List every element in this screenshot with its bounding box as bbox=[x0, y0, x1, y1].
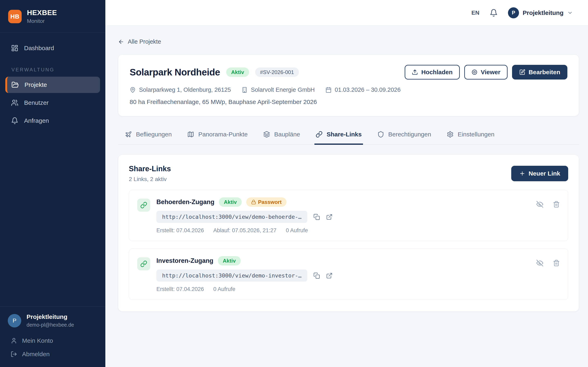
sidebar-item-label: Anfragen bbox=[24, 117, 49, 124]
user-email: demo-pl@hexbee.de bbox=[26, 322, 74, 328]
share-link-status-badge: Aktiv bbox=[219, 197, 242, 207]
upload-button[interactable]: Hochladen bbox=[405, 65, 459, 80]
share-link-password-badge: Passwort bbox=[246, 197, 287, 207]
tab-label: Einstellungen bbox=[458, 131, 494, 138]
sidebar-item-mein-konto[interactable]: Mein Konto bbox=[8, 334, 98, 347]
project-tabs: Befliegungen Panorama-Punkte Baupläne bbox=[118, 126, 579, 145]
shield-icon bbox=[377, 131, 384, 138]
share-links-subtitle: 2 Links, 2 aktiv bbox=[129, 176, 171, 183]
eye-icon bbox=[471, 69, 477, 75]
map-icon bbox=[187, 131, 194, 138]
project-dates-text: 01.03.2026 – 30.09.2026 bbox=[335, 86, 401, 93]
project-address-text: Solarparkweg 1, Oldenburg, 26125 bbox=[139, 86, 231, 93]
new-link-button[interactable]: Neuer Link bbox=[511, 166, 568, 181]
project-status-badge: Aktiv bbox=[226, 67, 249, 77]
dashboard-icon bbox=[11, 44, 18, 52]
main-area: EN P Projektleitung Alle Projekte bbox=[105, 0, 588, 367]
share-link-row: Behoerden-Zugang Aktiv Passwort http://l… bbox=[129, 190, 568, 241]
sidebar-item-dashboard[interactable]: Dashboard bbox=[5, 40, 100, 56]
sidebar-item-anfragen[interactable]: Anfragen bbox=[5, 113, 100, 129]
tab-label: Befliegungen bbox=[136, 131, 172, 138]
viewer-button[interactable]: Viewer bbox=[464, 65, 508, 80]
sidebar-item-projekte[interactable]: Projekte bbox=[5, 77, 100, 93]
sidebar-footer: P Projektleitung demo-pl@hexbee.de Mein … bbox=[0, 306, 105, 367]
edit-button-label: Bearbeiten bbox=[528, 69, 560, 75]
project-description: 80 ha Freiflaechenanlage, 65 MWp, Baupha… bbox=[130, 99, 567, 105]
new-link-button-label: Neuer Link bbox=[528, 170, 560, 176]
copy-icon[interactable] bbox=[313, 214, 320, 220]
sidebar-item-abmelden[interactable]: Abmelden bbox=[8, 347, 98, 361]
page-content: Alle Projekte Solarpark Nordheide Aktiv … bbox=[105, 26, 588, 367]
back-to-projects-link[interactable]: Alle Projekte bbox=[118, 38, 161, 45]
link-icon bbox=[137, 257, 150, 270]
brand-logo[interactable]: HB HEXBEE Monitor bbox=[0, 0, 105, 33]
sidebar: HB HEXBEE Monitor Dashboard VERWALTUNG P… bbox=[0, 0, 105, 367]
tab-befliegungen[interactable]: Befliegungen bbox=[124, 126, 173, 145]
sidebar-section-label: VERWALTUNG bbox=[5, 56, 100, 77]
share-link-url: http://localhost:3000/view/demo-behoerde… bbox=[156, 211, 307, 223]
project-actions: Hochladen Viewer Bearbeite bbox=[405, 65, 567, 80]
copy-icon[interactable] bbox=[313, 272, 320, 279]
share-link-row: Investoren-Zugang Aktiv http://localhost… bbox=[129, 249, 568, 300]
hexbee-logo-icon: HB bbox=[8, 10, 22, 23]
tab-bauplaene[interactable]: Baupläne bbox=[262, 126, 301, 145]
arrow-left-icon bbox=[118, 39, 124, 45]
notifications-bell-icon[interactable] bbox=[490, 9, 498, 17]
trash-icon[interactable] bbox=[553, 201, 560, 208]
eye-off-icon[interactable] bbox=[536, 259, 544, 267]
back-link-label: Alle Projekte bbox=[128, 38, 161, 45]
project-company-text: Solarvolt Energie GmbH bbox=[251, 86, 315, 93]
tab-einstellungen[interactable]: Einstellungen bbox=[445, 126, 496, 145]
tab-label: Berechtigungen bbox=[388, 131, 431, 138]
sidebar-item-benutzer[interactable]: Benutzer bbox=[5, 95, 100, 111]
user-avatar: P bbox=[508, 7, 519, 18]
logout-icon bbox=[11, 351, 17, 358]
link-icon bbox=[137, 199, 150, 212]
sidebar-item-label: Projekte bbox=[25, 81, 47, 88]
lock-icon bbox=[251, 200, 256, 205]
share-link-url: http://localhost:3000/view/demo-investor… bbox=[156, 269, 307, 282]
trash-icon[interactable] bbox=[553, 259, 560, 267]
sidebar-item-label: Benutzer bbox=[24, 99, 49, 106]
topbar: EN P Projektleitung bbox=[105, 0, 588, 26]
building-icon bbox=[242, 87, 248, 93]
project-meta: Solarparkweg 1, Oldenburg, 26125 Solarvo… bbox=[130, 86, 567, 93]
share-link-name: Investoren-Zugang bbox=[156, 257, 213, 264]
project-header-card: Solarpark Nordheide Aktiv #SV-2026-001 H… bbox=[118, 54, 579, 116]
project-code-badge: #SV-2026-001 bbox=[255, 67, 299, 77]
language-switcher[interactable]: EN bbox=[471, 9, 479, 16]
layers-icon bbox=[263, 131, 270, 138]
tab-label: Share-Links bbox=[327, 131, 362, 138]
brand-subtitle: Monitor bbox=[27, 18, 57, 24]
tab-berechtigungen[interactable]: Berechtigungen bbox=[376, 126, 432, 145]
calendar-icon bbox=[325, 87, 332, 93]
password-badge-label: Passwort bbox=[258, 200, 282, 205]
sidebar-nav: Dashboard VERWALTUNG Projekte Benutzer bbox=[0, 33, 105, 129]
sidebar-item-label: Dashboard bbox=[24, 45, 54, 52]
eye-off-icon[interactable] bbox=[536, 201, 544, 208]
edit-icon bbox=[519, 69, 525, 75]
external-link-icon[interactable] bbox=[326, 214, 333, 220]
share-links-title: Share-Links bbox=[129, 165, 171, 173]
plane-icon bbox=[125, 131, 132, 138]
share-link-expires: Ablauf: 07.05.2026, 21:27 bbox=[213, 227, 277, 234]
brand-name: HEXBEE bbox=[27, 8, 57, 17]
plus-icon bbox=[519, 170, 525, 176]
share-link-name: Behoerden-Zugang bbox=[156, 198, 214, 206]
user-avatar: P bbox=[8, 314, 21, 327]
chevron-down-icon bbox=[567, 10, 573, 16]
share-links-card: Share-Links 2 Links, 2 aktiv Neuer Link bbox=[118, 155, 579, 312]
share-link-created: Erstellt: 07.04.2026 bbox=[156, 227, 204, 234]
tab-label: Baupläne bbox=[274, 131, 300, 138]
share-link-created: Erstellt: 07.04.2026 bbox=[156, 286, 204, 292]
tab-panorama-punkte[interactable]: Panorama-Punkte bbox=[186, 126, 249, 145]
share-link-status-badge: Aktiv bbox=[218, 256, 241, 266]
upload-button-label: Hochladen bbox=[421, 69, 452, 75]
tab-share-links[interactable]: Share-Links bbox=[314, 126, 363, 145]
project-address: Solarparkweg 1, Oldenburg, 26125 bbox=[130, 86, 231, 93]
project-company: Solarvolt Energie GmbH bbox=[242, 86, 315, 93]
edit-button[interactable]: Bearbeiten bbox=[512, 65, 567, 80]
user-menu[interactable]: P Projektleitung bbox=[508, 7, 573, 18]
folder-open-icon bbox=[11, 81, 19, 89]
external-link-icon[interactable] bbox=[326, 272, 333, 279]
